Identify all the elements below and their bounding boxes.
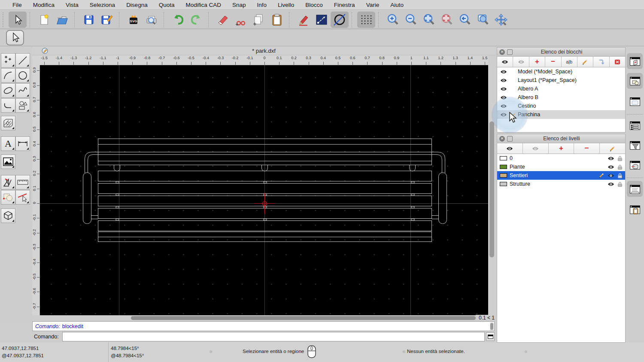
line-settings-button[interactable]: [313, 12, 331, 28]
command-history[interactable]: Comando: blockedit: [32, 321, 495, 331]
modify-tool-button[interactable]: [1, 175, 15, 190]
remove-layer-button[interactable]: −: [574, 143, 600, 154]
info-tool-button[interactable]: [1, 190, 15, 205]
layer-lock-icon[interactable]: [617, 164, 623, 170]
hatch-tool-button[interactable]: [1, 116, 15, 130]
layer-lock-icon[interactable]: [617, 156, 623, 161]
show-all-blocks-button[interactable]: [497, 57, 513, 67]
zoom-fit-button[interactable]: [420, 12, 438, 28]
zoom-out-button[interactable]: [402, 12, 420, 28]
float-panel-icon[interactable]: [507, 136, 513, 142]
block-visibility-eye-icon[interactable]: [497, 69, 510, 74]
pan-button[interactable]: [492, 12, 510, 28]
block-row[interactable]: Albero B: [497, 93, 625, 102]
block-row[interactable]: Cestino: [497, 102, 625, 110]
image-tool-button[interactable]: [1, 154, 15, 169]
block-row[interactable]: Layout1 (*Paper_Space): [497, 76, 625, 84]
menu-item-snap[interactable]: Snap: [227, 0, 252, 10]
block-edit-panel-toggle[interactable]: [627, 73, 643, 89]
zoom-selection-button[interactable]: [438, 12, 456, 28]
insert-block-button[interactable]: [593, 57, 609, 67]
dimension-tool-button[interactable]: [15, 136, 30, 151]
paste-button[interactable]: [268, 12, 286, 28]
line-tool-button[interactable]: [15, 53, 30, 68]
layer-row[interactable]: 0: [497, 154, 625, 163]
hide-all-blocks-button[interactable]: [513, 57, 529, 67]
layer-visibility-eye-icon[interactable]: [608, 182, 614, 187]
menu-item-varie[interactable]: Varie: [361, 0, 385, 10]
grid-toggle-button[interactable]: [357, 12, 375, 28]
menu-item-modifica-cad[interactable]: Modifica CAD: [180, 0, 227, 10]
show-all-layers-button[interactable]: [497, 143, 523, 154]
rename-block-button[interactable]: a|b: [562, 57, 577, 67]
menu-item-livello[interactable]: Livello: [272, 0, 300, 10]
layer-lock-icon[interactable]: [617, 173, 623, 178]
copy-button[interactable]: [250, 12, 268, 28]
solid-tool-button[interactable]: [1, 208, 15, 223]
arc-tool-button[interactable]: [1, 68, 15, 83]
menu-item-quota[interactable]: Quota: [153, 0, 180, 10]
point-tool-button[interactable]: [1, 53, 15, 68]
block-list-panel-toggle[interactable]: [627, 53, 643, 69]
save-button[interactable]: [80, 12, 98, 28]
menu-item-file[interactable]: File: [7, 0, 27, 10]
zoom-previous-button[interactable]: [456, 12, 474, 28]
block-row[interactable]: Albero A: [497, 84, 625, 93]
close-icon[interactable]: ✕: [499, 49, 505, 55]
add-block-button[interactable]: +: [529, 57, 545, 67]
menu-item-blocco[interactable]: Blocco: [300, 0, 328, 10]
text-tool-button[interactable]: A: [1, 136, 15, 151]
spline-tool-button[interactable]: [15, 83, 30, 98]
edit-layer-button[interactable]: [600, 143, 625, 154]
layer-list-panel-toggle[interactable]: [627, 118, 643, 133]
vscroll-thumb[interactable]: [489, 121, 494, 257]
layer-visibility-eye-icon[interactable]: [608, 156, 614, 161]
svg-export-button[interactable]: SVG: [125, 12, 143, 28]
polyline-tool-button[interactable]: [1, 98, 15, 113]
property-editor-panel-toggle[interactable]: [627, 94, 643, 109]
layer-row[interactable]: Strutture: [497, 180, 625, 188]
save-as-button[interactable]: [98, 12, 116, 28]
menu-item-info[interactable]: Info: [252, 0, 273, 10]
print-preview-button[interactable]: [143, 12, 161, 28]
cut-button[interactable]: [232, 12, 250, 28]
zoom-window-button[interactable]: [474, 12, 492, 28]
selection-arrow-button[interactable]: [6, 30, 24, 45]
layer-visibility-eye-icon[interactable]: [608, 173, 614, 178]
new-file-button[interactable]: [35, 12, 53, 28]
menu-item-finestra[interactable]: Finestra: [328, 0, 361, 10]
block-visibility-eye-icon[interactable]: [497, 87, 510, 91]
hide-all-layers-button[interactable]: [523, 143, 549, 154]
ellipse-tool-button[interactable]: [1, 83, 15, 98]
library-browser-panel-toggle[interactable]: [627, 157, 643, 173]
canvas-horizontal-scrollbar[interactable]: [40, 315, 477, 321]
command-options-button[interactable]: [486, 332, 495, 341]
draw-pen-button[interactable]: [295, 12, 313, 28]
layer-row[interactable]: Sentieri: [497, 171, 625, 180]
drawing-canvas[interactable]: [40, 65, 488, 315]
no-fill-button[interactable]: [331, 12, 349, 28]
measure-tool-button[interactable]: [15, 175, 30, 190]
circle-tool-button[interactable]: [15, 68, 30, 83]
add-layer-button[interactable]: +: [549, 143, 574, 154]
command-input[interactable]: [62, 332, 485, 341]
close-icon[interactable]: ✕: [499, 136, 505, 142]
block-visibility-eye-icon[interactable]: [497, 104, 510, 109]
clipboard-panel-toggle[interactable]: [627, 202, 643, 217]
layer-visibility-eye-icon[interactable]: [608, 165, 614, 169]
menu-item-aiuto[interactable]: Aiuto: [385, 0, 409, 10]
document-titlebar[interactable]: * park.dxf: [32, 46, 495, 55]
zoom-in-button[interactable]: [384, 12, 402, 28]
undo-button[interactable]: [169, 12, 187, 28]
filter-panel-toggle[interactable]: [627, 137, 643, 153]
block-row[interactable]: Model (*Model_Space): [497, 67, 625, 76]
redo-button[interactable]: [187, 12, 205, 28]
menu-item-disegna[interactable]: Disegna: [121, 0, 153, 10]
snap-tool-button[interactable]: [15, 190, 30, 205]
menu-item-modifica[interactable]: Modifica: [27, 0, 60, 10]
command-history-scrollbar[interactable]: [490, 322, 494, 331]
command-line-panel-toggle[interactable]: [627, 181, 643, 197]
eraser-button[interactable]: [214, 12, 232, 28]
edit-block-button[interactable]: [577, 57, 593, 67]
layer-lock-icon[interactable]: [617, 181, 623, 187]
